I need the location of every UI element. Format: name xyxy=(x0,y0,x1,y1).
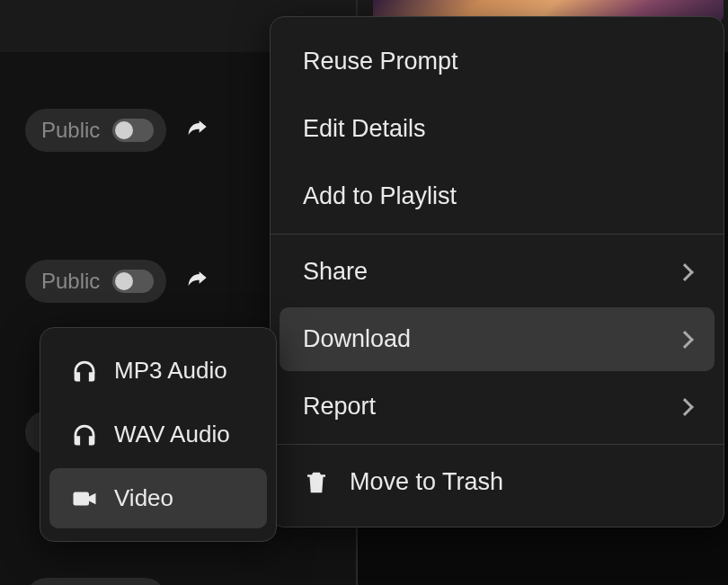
headphones-icon xyxy=(71,358,98,385)
share-icon[interactable] xyxy=(182,116,211,145)
chevron-right-icon xyxy=(676,331,694,349)
menu-divider xyxy=(271,234,724,235)
menu-reuse-prompt[interactable]: Reuse Prompt xyxy=(280,30,715,93)
context-menu: Reuse Prompt Edit Details Add to Playlis… xyxy=(270,16,724,527)
track-row: Public xyxy=(0,90,236,171)
track-row: Public xyxy=(0,241,236,322)
menu-item-label: Share xyxy=(303,258,368,286)
menu-item-label: Reuse Prompt xyxy=(303,48,458,75)
toggle-knob xyxy=(115,272,133,290)
toggle-knob xyxy=(115,121,133,139)
submenu-wav-audio[interactable]: WAV Audio xyxy=(49,404,267,465)
menu-download[interactable]: Download xyxy=(280,307,715,371)
svg-rect-3 xyxy=(74,492,90,505)
submenu-item-label: WAV Audio xyxy=(114,421,230,448)
public-toggle-pill[interactable]: Public xyxy=(25,260,166,303)
menu-edit-details[interactable]: Edit Details xyxy=(280,97,715,161)
share-icon[interactable] xyxy=(182,267,211,296)
download-submenu: MP3 Audio WAV Audio Video xyxy=(40,327,277,542)
menu-divider xyxy=(271,444,724,445)
submenu-video[interactable]: Video xyxy=(49,468,267,528)
submenu-item-label: MP3 Audio xyxy=(114,357,227,385)
menu-share[interactable]: Share xyxy=(280,240,715,304)
menu-report[interactable]: Report xyxy=(280,375,715,439)
chevron-right-icon xyxy=(676,398,694,416)
menu-item-label: Move to Trash xyxy=(350,468,503,496)
headphones-icon xyxy=(71,421,98,448)
public-toggle-pill[interactable]: Public xyxy=(25,578,166,585)
video-icon xyxy=(71,485,98,512)
chevron-right-icon xyxy=(676,263,694,281)
menu-add-to-playlist[interactable]: Add to Playlist xyxy=(280,164,715,228)
submenu-mp3-audio[interactable]: MP3 Audio xyxy=(49,341,267,401)
public-toggle[interactable] xyxy=(112,119,154,142)
trash-icon xyxy=(303,469,330,496)
menu-item-label: Report xyxy=(303,393,376,421)
menu-item-label: Download xyxy=(303,325,411,353)
public-label: Public xyxy=(41,118,100,143)
submenu-item-label: Video xyxy=(114,484,173,512)
menu-item-label: Add to Playlist xyxy=(303,182,457,210)
public-toggle[interactable] xyxy=(112,270,154,293)
menu-move-to-trash[interactable]: Move to Trash xyxy=(280,450,715,514)
menu-item-label: Edit Details xyxy=(303,115,426,143)
public-label: Public xyxy=(41,269,100,294)
public-toggle-pill[interactable]: Public xyxy=(25,109,166,152)
track-row: Public xyxy=(0,559,285,585)
